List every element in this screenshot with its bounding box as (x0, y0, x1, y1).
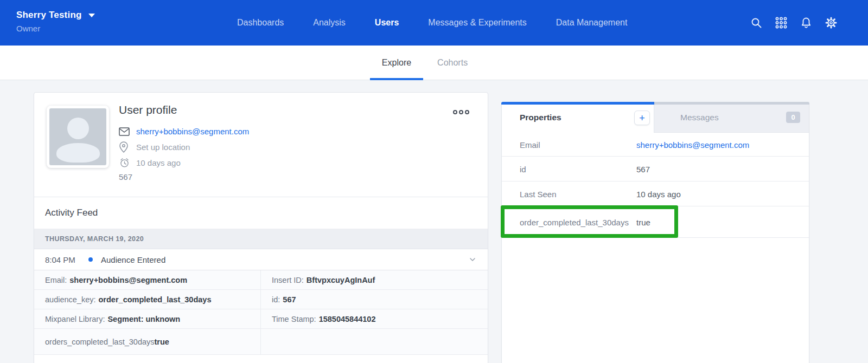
event-prop-id: id: 567 (261, 290, 488, 309)
table-row: audience_key: order_completed_last_30day… (34, 290, 488, 309)
activity-feed-title: Activity Feed (45, 208, 98, 218)
plus-icon: + (639, 113, 645, 123)
profile-email-row: sherry+bobbins@segment.com (119, 124, 249, 139)
profile-distinct-id: 567 (119, 172, 249, 182)
property-row-email: Email sherry+bobbins@segment.com (502, 133, 809, 157)
messages-count-badge: 0 (786, 112, 800, 123)
event-properties-table: Email: sherry+bobbins@segment.com Insert… (34, 270, 488, 355)
top-navbar: Sherry Testing Owner Dashboards Analysis… (0, 0, 868, 46)
event-donut-icon (88, 257, 93, 262)
chevron-down-icon[interactable] (468, 255, 477, 266)
event-prop-empty (261, 329, 488, 354)
properties-panel-tabs: Properties + Messages 0 (502, 102, 809, 133)
more-options-button[interactable] (453, 110, 469, 114)
avatar-head-shape (67, 118, 89, 139)
profile-last-seen-row: 10 days ago (119, 155, 249, 171)
users-tabstrip: Explore Cohorts (0, 46, 868, 80)
event-prop-timestamp: Time Stamp: 1585045844102 (261, 309, 488, 328)
event-prop-insert-id: Insert ID: BftvpxcuyAgInAuf (261, 270, 488, 289)
profile-info: User profile sherry+bobbins@segment.com … (119, 103, 249, 182)
nav-item-analysis[interactable]: Analysis (313, 18, 346, 28)
property-row-order-completed: order_completed_last_30days true (502, 206, 809, 238)
add-property-button[interactable]: + (634, 111, 650, 125)
tab-properties[interactable]: Properties + (502, 102, 654, 133)
chevron-down-icon (88, 14, 95, 17)
tab-messages[interactable]: Messages 0 (654, 102, 809, 133)
property-row-id: id 567 (502, 157, 809, 182)
nav-item-users[interactable]: Users (375, 18, 399, 28)
profile-location-row: Set up location (119, 139, 249, 155)
search-icon[interactable] (750, 16, 763, 29)
profile-title: User profile (119, 103, 249, 116)
property-email-link[interactable]: sherry+bobbins@segment.com (636, 140, 749, 149)
user-profile-card: User profile sherry+bobbins@segment.com … (34, 92, 488, 363)
project-role: Owner (16, 24, 95, 33)
notifications-bell-icon[interactable] (800, 16, 813, 29)
property-row-last-seen: Last Seen 10 days ago (502, 182, 809, 206)
event-prop-audience-key: audience_key: order_completed_last_30day… (34, 290, 261, 309)
nav-item-data-management[interactable]: Data Management (556, 18, 628, 28)
event-prop-email: Email: sherry+bobbins@segment.com (34, 270, 261, 289)
avatar (47, 106, 109, 168)
tab-explore[interactable]: Explore (370, 46, 423, 80)
location-pin-icon (119, 141, 131, 153)
settings-gear-icon[interactable] (825, 16, 838, 29)
navbar-icons (750, 0, 838, 46)
activity-date-header: THURSDAY, MARCH 19, 2020 (34, 229, 488, 249)
activity-feed-header: Activity Feed (34, 197, 488, 229)
project-switcher[interactable]: Sherry Testing Owner (16, 10, 95, 33)
event-time: 8:04 PM (45, 255, 75, 264)
envelope-icon (119, 127, 131, 136)
event-name: Audience Entered (101, 255, 165, 264)
event-prop-orders-completed: orders_completed_last_30days true (34, 329, 261, 354)
activity-event-row[interactable]: 8:04 PM Audience Entered (34, 249, 488, 270)
tab-cohorts[interactable]: Cohorts (425, 46, 480, 80)
table-row: Mixpanel Library: Segment: unknown Time … (34, 309, 488, 329)
profile-email-link[interactable]: sherry+bobbins@segment.com (136, 127, 249, 136)
table-row: orders_completed_last_30days true (34, 329, 488, 355)
table-row: Email: sherry+bobbins@segment.com Insert… (34, 270, 488, 290)
main-navigation: Dashboards Analysis Users Messages & Exp… (237, 0, 627, 46)
avatar-body-shape (56, 143, 100, 163)
profile-location-placeholder[interactable]: Set up location (136, 142, 190, 152)
nav-item-dashboards[interactable]: Dashboards (237, 18, 284, 28)
nav-item-messages-experiments[interactable]: Messages & Experiments (428, 18, 526, 28)
profile-last-seen: 10 days ago (136, 158, 181, 167)
alarm-clock-icon (119, 157, 131, 168)
apps-grid-icon[interactable] (775, 16, 788, 29)
properties-panel: Properties + Messages 0 Email sherry+bob… (501, 102, 809, 363)
project-name: Sherry Testing (16, 10, 82, 20)
event-prop-library: Mixpanel Library: Segment: unknown (34, 309, 261, 328)
